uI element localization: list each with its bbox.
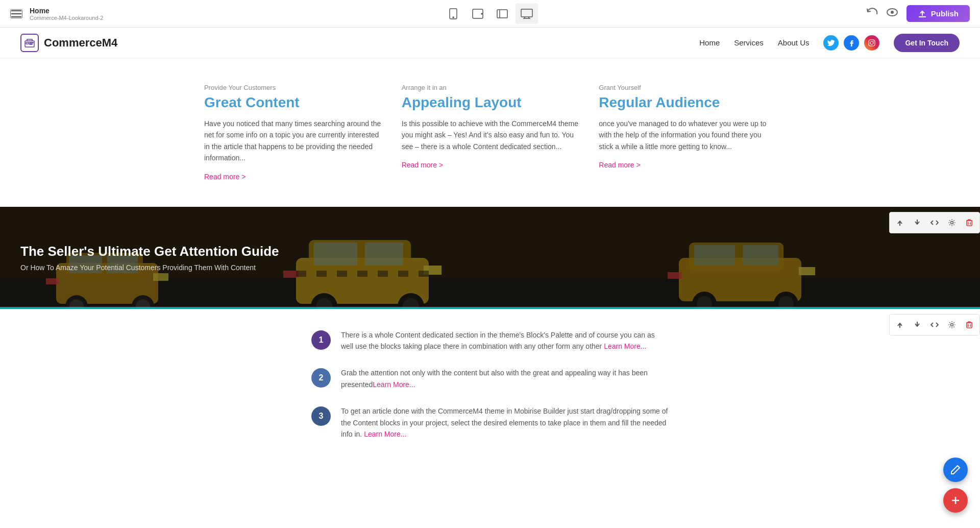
list-section: 1 There is a whole Content dedicated sec…: [0, 309, 980, 486]
list-item-3: 3 To get an article done with the Commer…: [311, 405, 669, 440]
hero-banner-wrapper: The Seller's Ultimate Get Attention Guid…: [0, 207, 980, 309]
list-item-2: 2 Grab the attention not only with the c…: [311, 367, 669, 390]
cards-section: Provide Your Customers Great Content Hav…: [184, 68, 796, 207]
banner-toolbar: [889, 212, 980, 233]
list-move-down-btn[interactable]: [909, 317, 925, 333]
banner-move-down-btn[interactable]: [909, 214, 925, 231]
card-2-title: Appealing Layout: [402, 94, 579, 111]
home-subtitle: Commerce-M4-Lookaround-2: [30, 15, 103, 21]
mobile-device-btn[interactable]: [442, 4, 464, 24]
publish-label: Publish: [931, 9, 959, 18]
list-number-1: 1: [311, 330, 331, 350]
card-1-title: Great Content: [204, 94, 381, 111]
list-delete-btn[interactable]: [961, 317, 977, 333]
svg-rect-6: [521, 9, 532, 17]
svg-rect-64: [967, 221, 972, 226]
card-1-label: Provide Your Customers: [204, 84, 381, 91]
card-3-title: Regular Audience: [599, 94, 776, 111]
card-3-readmore[interactable]: Read more >: [599, 161, 640, 169]
svg-rect-15: [30, 44, 32, 44]
svg-rect-16: [869, 40, 875, 46]
instagram-icon[interactable]: [864, 35, 879, 51]
hero-content: The Seller's Ultimate Get Attention Guid…: [20, 244, 960, 272]
card-2-readmore[interactable]: Read more >: [402, 161, 443, 169]
svg-point-3: [481, 13, 482, 14]
top-bar-right: Publish: [867, 5, 970, 22]
card-3-body: once you've managed to do whatever you w…: [599, 118, 776, 152]
list-toolbar: [889, 314, 980, 335]
twitter-icon[interactable]: [823, 35, 839, 51]
card-1: Provide Your Customers Great Content Hav…: [204, 84, 381, 181]
svg-rect-14: [30, 42, 33, 43]
hero-banner: The Seller's Ultimate Get Attention Guid…: [0, 207, 980, 309]
card-2-label: Arrange it in an: [402, 84, 579, 91]
get-in-touch-button[interactable]: Get In Touch: [894, 34, 960, 52]
logo-text: CommerceM4: [44, 36, 117, 50]
nav-home[interactable]: Home: [699, 38, 720, 47]
list-item-1: 1 There is a whole Content dedicated sec…: [311, 329, 669, 352]
nav-services[interactable]: Services: [734, 38, 764, 47]
desktop-device-btn[interactable]: [516, 4, 538, 24]
svg-point-1: [453, 17, 454, 18]
site-logo: CommerceM4: [20, 34, 117, 52]
social-links: [823, 35, 879, 51]
list-settings-btn[interactable]: [944, 317, 960, 333]
svg-point-11: [891, 11, 894, 14]
card-3: Grant Yourself Regular Audience once you…: [599, 84, 776, 181]
banner-settings-btn[interactable]: [944, 214, 960, 231]
svg-rect-13: [26, 42, 29, 44]
publish-button[interactable]: Publish: [906, 5, 970, 22]
undo-button[interactable]: [867, 7, 878, 20]
device-switcher: [442, 4, 538, 24]
facebook-icon[interactable]: [844, 35, 859, 51]
list-number-2: 2: [311, 368, 331, 388]
list-2-learn-more[interactable]: Learn More...: [373, 380, 415, 389]
hamburger-menu[interactable]: [10, 9, 22, 18]
site-nav: Home Services About Us Get In Touch: [699, 34, 960, 52]
logo-icon: [20, 34, 39, 52]
card-1-body: Have you noticed that many times searchi…: [204, 118, 381, 164]
fab-edit-button[interactable]: [943, 458, 968, 482]
list-text-1: There is a whole Content dedicated secti…: [341, 329, 669, 352]
card-2: Arrange it in an Appealing Layout Is thi…: [402, 84, 579, 181]
home-title: Home: [30, 7, 103, 15]
preview-button[interactable]: [886, 8, 898, 19]
list-text-3: To get an article done with the Commerce…: [341, 405, 669, 440]
top-bar: Home Commerce-M4-Lookaround-2 Publish: [0, 0, 980, 28]
banner-code-btn[interactable]: [926, 214, 943, 231]
hero-title: The Seller's Ultimate Get Attention Guid…: [20, 244, 960, 259]
list-move-up-btn[interactable]: [892, 317, 908, 333]
list-1-learn-more[interactable]: Learn More...: [604, 342, 646, 350]
svg-point-17: [870, 41, 873, 44]
card-1-readmore[interactable]: Read more >: [204, 173, 246, 181]
card-3-label: Grant Yourself: [599, 84, 776, 91]
list-number-3: 3: [311, 406, 331, 426]
list-code-btn[interactable]: [926, 317, 943, 333]
card-2-body: Is this possible to achieve with the Com…: [402, 118, 579, 152]
banner-move-up-btn[interactable]: [892, 214, 908, 231]
svg-rect-70: [967, 323, 972, 328]
sidebar-device-btn[interactable]: [491, 4, 513, 24]
svg-point-18: [873, 40, 874, 41]
nav-about[interactable]: About Us: [778, 38, 810, 47]
svg-rect-4: [497, 10, 507, 18]
list-section-inner: 1 There is a whole Content dedicated sec…: [311, 329, 669, 440]
list-section-wrapper: 1 There is a whole Content dedicated sec…: [0, 309, 980, 486]
top-bar-left: Home Commerce-M4-Lookaround-2: [10, 7, 103, 21]
list-text-2: Grab the attention not only with the con…: [341, 367, 669, 390]
home-info: Home Commerce-M4-Lookaround-2: [30, 7, 103, 21]
list-3-learn-more[interactable]: Learn More...: [364, 430, 406, 438]
svg-point-63: [951, 221, 953, 224]
banner-delete-btn[interactable]: [961, 214, 977, 231]
tablet-device-btn[interactable]: [467, 4, 489, 24]
hero-subtitle: Or How To Amaze Your Potential Customers…: [20, 263, 960, 272]
site-header: CommerceM4 Home Services About Us Get In…: [0, 28, 980, 58]
svg-point-69: [951, 323, 953, 326]
